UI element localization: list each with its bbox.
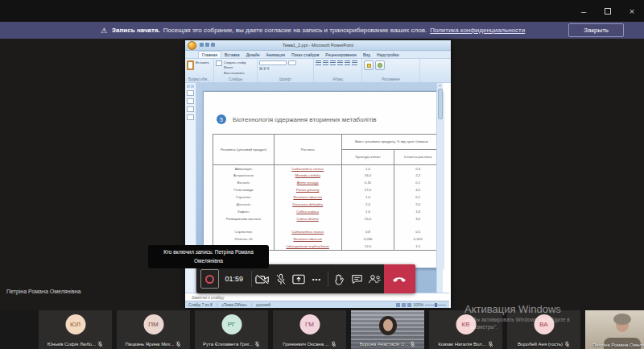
mic-off-icon <box>410 341 415 347</box>
tab-dizayn[interactable]: Дизайн <box>243 52 263 58</box>
call-timer: 01:59 <box>225 275 244 283</box>
avatar: КВ <box>456 314 476 334</box>
table-row: АймаліцинCatharanthus roseus1,00,3 <box>213 165 442 172</box>
recording-started-tooltip: Кто включил запись: Петріна Романа Омеля… <box>148 245 269 268</box>
slideshow-view-icon[interactable] <box>407 303 411 307</box>
banner-close-button[interactable]: Закрыть <box>568 23 624 37</box>
table-row: Розмаринова кислотаColeus blumei15,03,0 <box>213 216 442 223</box>
table-row: ГлутатіонNicotiana tabacum1,00,1 <box>213 194 442 202</box>
chat-icon <box>351 274 363 285</box>
tab-vstavka[interactable]: Вставка <box>221 52 243 58</box>
mic-off-icon <box>564 341 570 347</box>
participant-tile-video[interactable]: Петріна Романа Омелян... <box>585 310 644 349</box>
table-row: ГінзенозидиPanax ginseng27,04,5 <box>213 187 442 194</box>
table-header-cell-culture: Культура клітин <box>341 150 394 165</box>
shapes-button[interactable] <box>364 60 374 70</box>
table-row: ВіснагінAmmi visnaga0,310,1 <box>213 180 442 187</box>
quick-styles-button[interactable] <box>375 60 385 70</box>
group-paragraph: Абзац <box>314 59 362 82</box>
raise-hand-icon <box>333 273 344 285</box>
zoom-slider[interactable] <box>425 305 446 305</box>
hangup-icon <box>391 275 407 283</box>
tab-animatsiya[interactable]: Анимация <box>262 52 287 58</box>
font-style-buttons[interactable]: Ж К Ч <box>259 67 312 71</box>
slide-notes-area[interactable]: Заметки к слайду <box>185 293 449 301</box>
record-icon <box>205 275 214 284</box>
camera-off-icon <box>255 274 270 285</box>
tab-pokaz-slaydov[interactable]: Показ слайдов <box>288 52 322 58</box>
video-silhouette <box>613 314 631 325</box>
hangup-button[interactable] <box>384 264 415 293</box>
more-icon: ••• <box>312 276 321 283</box>
participant-tile[interactable]: ГМ Гринкевич Оксана ... <box>273 310 346 349</box>
vertical-scrollbar[interactable]: ▲ <box>436 83 443 293</box>
status-language: русский <box>256 302 270 307</box>
group-label: Шрифт <box>259 77 312 81</box>
participant-tile[interactable]: КВ Ковзак Наталія Вол... <box>429 310 502 349</box>
participant-tile-video[interactable]: Ворона Анастасія О... <box>351 310 424 349</box>
avatar: ПМ <box>143 314 163 334</box>
mic-off-icon <box>97 341 103 347</box>
font-size-select[interactable] <box>288 60 296 65</box>
table-row: ДіосгенінDioscorea deltoidea2,02,0 <box>213 202 442 209</box>
mic-off-icon <box>488 341 493 347</box>
tab-vid[interactable]: Вид <box>360 52 374 58</box>
group-label: Рисование <box>364 77 418 81</box>
participants-button[interactable] <box>365 264 383 293</box>
participant-tile[interactable]: ЮЛ Юньків Софія Любо... <box>39 310 112 349</box>
privacy-policy-link[interactable]: Политика конфиденциальности <box>430 27 525 34</box>
normal-view-icon[interactable] <box>396 303 400 307</box>
mic-off-icon <box>175 341 181 347</box>
meeting-stage: Петріна Романа Омелянівна Тема1_2.ppt - … <box>0 39 644 310</box>
table-row: СерпентинCatharanthus roseus0,80,5 <box>213 229 442 236</box>
participant-tile[interactable]: ВА Воробей Аня (гость) <box>507 310 580 349</box>
font-name-select[interactable] <box>259 60 287 65</box>
close-icon[interactable]: × <box>620 0 644 22</box>
window-titlebar: – × <box>0 0 644 22</box>
avatar: ЮЛ <box>65 314 85 334</box>
participant-strip: ЮЛ Юньків Софія Любо... ПМ Пацкань Ярина… <box>0 310 644 349</box>
call-control-bar: 01:59 <box>196 264 415 293</box>
chat-button[interactable] <box>348 264 365 293</box>
group-clipboard: Вставить Буфер обм... <box>185 59 214 82</box>
powerpoint-title: Тема1_2.ppt - Microsoft PowerPoint <box>185 43 451 48</box>
slide: 5 Біотехнологія одержання вторинних мета… <box>203 91 442 268</box>
slide-sorter-icon[interactable] <box>402 303 406 307</box>
raise-hand-button[interactable] <box>330 264 348 293</box>
minimize-icon[interactable]: – <box>572 0 596 22</box>
group-label: Слайды <box>216 77 255 81</box>
slide-number-badge: 5 <box>217 114 226 124</box>
table-header-intact-plant: Інтактна рослина <box>394 150 442 165</box>
tab-nadstroyki[interactable]: Надстройки <box>374 52 402 58</box>
share-screen-icon <box>292 274 305 285</box>
camera-off-button[interactable] <box>254 264 271 293</box>
participant-name: Петріна Романа Омелян... <box>592 343 644 347</box>
participant-tile[interactable]: РГ Рута Єлизавета Григ... <box>195 310 268 349</box>
recording-indicator-button[interactable] <box>200 269 219 289</box>
paste-icon <box>187 60 194 70</box>
reset-button[interactable]: Восстановить <box>224 71 246 76</box>
participant-name: Рута Єлизавета Григ... <box>203 342 253 347</box>
more-actions-button[interactable]: ••• <box>308 264 325 293</box>
paragraph-buttons[interactable] <box>316 60 360 65</box>
banner-text: Посещая это собрание, вы даете согласие … <box>163 27 427 34</box>
share-button[interactable] <box>290 264 308 293</box>
table-header-substance: Речовина (цільовий продукт) <box>213 135 275 165</box>
avatar: ВА <box>534 314 554 334</box>
mic-off-icon <box>275 273 287 285</box>
mic-off-icon <box>254 341 260 347</box>
table-header-plant: Рослина <box>274 135 341 165</box>
teams-meeting-window: – × ⚠ Запись начата. Посещая это собрани… <box>0 0 644 349</box>
avatar: ГМ <box>299 314 320 334</box>
mic-off-button[interactable] <box>271 264 289 293</box>
recording-banner: ⚠ Запись начата. Посещая это собрание, в… <box>0 22 644 39</box>
tab-glavnaya[interactable]: Главная <box>198 51 221 58</box>
maximize-icon[interactable] <box>596 0 620 22</box>
tab-retsenzirovanie[interactable]: Рецензирование <box>322 52 360 58</box>
participant-name: Ковзак Наталія Вол... <box>438 342 485 347</box>
table-row: АнтрахінониMorinda citrifolia16,02,2 <box>213 172 442 180</box>
participant-name: Ворона Анастасія О... <box>360 342 409 347</box>
participant-tile[interactable]: ПМ Пацкань Ярина Мих... <box>117 310 190 349</box>
paste-button[interactable]: Вставить <box>187 60 212 70</box>
slide-title: Біотехнологія одержання вторинних метабо… <box>233 116 377 123</box>
